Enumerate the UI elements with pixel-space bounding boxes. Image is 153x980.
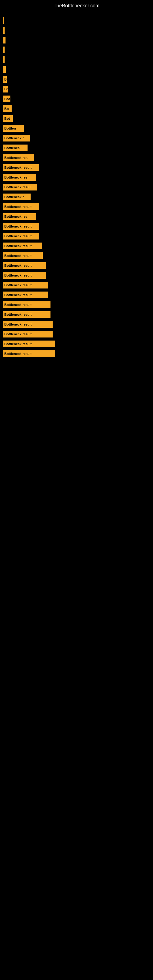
bar-label-26: Bottleneck result	[4, 264, 32, 267]
bar-label-28: Bottleneck result	[4, 283, 32, 287]
bar-14: Bottlenec	[3, 145, 27, 151]
bar-label-9: Bot	[4, 97, 10, 101]
bar-row: Bot	[3, 114, 153, 123]
bar-30: Bottleneck result	[3, 301, 51, 308]
bar-row: Bottleneck result	[3, 291, 153, 299]
bar-label-15: Bottleneck res	[4, 156, 27, 159]
bar-row: Bottleneck result	[3, 222, 153, 231]
bar-row: Bot	[3, 95, 153, 103]
bar-row: Bottleneck res	[3, 153, 153, 162]
bar-24: Bottleneck result	[3, 243, 42, 249]
bar-29: Bottleneck result	[3, 291, 48, 298]
bar-8: Bo	[3, 86, 8, 92]
bar-row: Bottleneck result	[3, 350, 153, 358]
bar-label-32: Bottleneck result	[4, 323, 32, 326]
bar-label-19: Bottleneck r	[4, 195, 24, 199]
bar-12: Bottlen	[3, 125, 24, 132]
bar-7: B	[3, 76, 7, 83]
bar-row: Bottleneck res	[3, 212, 153, 221]
bar-row: Bottleneck result	[3, 261, 153, 270]
bar-row	[3, 65, 153, 74]
bar-11: Bot	[3, 115, 13, 122]
site-title: TheBottlenecker.com	[0, 0, 153, 10]
bar-18: Bottleneck resul	[3, 184, 37, 191]
bar-row: Bottleneck result	[3, 232, 153, 240]
bar-31: Bottleneck result	[3, 311, 51, 318]
bar-row: Bottleneck result	[3, 340, 153, 348]
bar-row: Bo	[3, 85, 153, 94]
bar-28: Bottleneck result	[3, 282, 48, 288]
bar-row	[3, 36, 153, 45]
bar-20: Bottleneck result	[3, 204, 39, 210]
bar-row	[3, 26, 153, 35]
bars-container: BBoBotBoBotBottlenBottleneck rBottlenecB…	[0, 10, 153, 359]
bar-row	[3, 46, 153, 54]
bar-label-27: Bottleneck result	[4, 274, 32, 277]
bar-10: Bo	[3, 105, 12, 112]
bar-label-24: Bottleneck result	[4, 244, 32, 248]
bar-label-25: Bottleneck result	[4, 254, 32, 258]
bar-label-12: Bottlen	[4, 126, 16, 130]
bar-19: Bottleneck r	[3, 194, 30, 200]
bar-row: Bottleneck result	[3, 330, 153, 339]
bar-label-34: Bottleneck result	[4, 342, 32, 346]
bar-row: Bottleneck result	[3, 320, 153, 329]
bar-27: Bottleneck result	[3, 272, 46, 279]
bar-row: Bottleneck result	[3, 202, 153, 211]
bar-label-8: Bo	[4, 87, 8, 91]
bar-row: Bottleneck result	[3, 281, 153, 290]
bar-2	[3, 27, 5, 34]
bar-row: Bo	[3, 105, 153, 113]
bar-label-17: Bottleneck res	[4, 175, 27, 179]
bar-6	[3, 66, 6, 73]
bar-row: Bottleneck result	[3, 271, 153, 280]
bar-22: Bottleneck result	[3, 223, 39, 230]
bar-row: Bottlen	[3, 124, 153, 133]
bar-row: Bottleneck r	[3, 134, 153, 142]
bar-label-20: Bottleneck result	[4, 205, 32, 208]
bar-33: Bottleneck result	[3, 331, 53, 337]
bar-label-31: Bottleneck result	[4, 313, 32, 317]
bar-label-29: Bottleneck result	[4, 293, 32, 297]
bar-15: Bottleneck res	[3, 154, 33, 161]
bar-5	[3, 56, 5, 63]
bar-label-18: Bottleneck resul	[4, 185, 30, 189]
bar-label-30: Bottleneck result	[4, 303, 32, 307]
bar-34: Bottleneck result	[3, 340, 55, 347]
bar-row: Bottleneck r	[3, 192, 153, 201]
bar-row: Bottleneck result	[3, 242, 153, 250]
bar-label-23: Bottleneck result	[4, 234, 32, 238]
bar-row: Bottleneck result	[3, 301, 153, 309]
bar-13: Bottleneck r	[3, 135, 30, 142]
bar-17: Bottleneck res	[3, 174, 36, 181]
bar-4	[3, 46, 5, 53]
bar-3	[3, 37, 5, 43]
bar-label-35: Bottleneck result	[4, 352, 32, 356]
bar-row: Bottlenec	[3, 144, 153, 152]
bar-row: Bottleneck result	[3, 163, 153, 172]
bar-21: Bottleneck res	[3, 213, 36, 220]
bar-label-21: Bottleneck res	[4, 215, 27, 218]
bar-23: Bottleneck result	[3, 233, 39, 240]
bar-label-11: Bot	[4, 117, 10, 120]
bar-row: Bottleneck result	[3, 251, 153, 260]
bar-35: Bottleneck result	[3, 350, 55, 357]
bar-label-7: B	[4, 78, 7, 81]
bar-9: Bot	[3, 95, 10, 102]
bar-label-13: Bottleneck r	[4, 136, 24, 140]
bar-label-16: Bottleneck result	[4, 166, 32, 169]
bar-row	[3, 56, 153, 64]
bar-row: Bottleneck result	[3, 310, 153, 319]
bar-label-33: Bottleneck result	[4, 332, 32, 336]
bar-row	[3, 16, 153, 25]
bar-label-10: Bo	[4, 107, 9, 111]
bar-1	[3, 17, 4, 24]
bar-32: Bottleneck result	[3, 321, 53, 328]
bar-row: Bottleneck res	[3, 173, 153, 181]
bar-row: Bottleneck resul	[3, 183, 153, 191]
bar-row: B	[3, 75, 153, 84]
bar-label-14: Bottlenec	[4, 146, 19, 150]
bar-16: Bottleneck result	[3, 164, 39, 171]
bar-26: Bottleneck result	[3, 262, 46, 269]
bar-label-22: Bottleneck result	[4, 224, 32, 228]
